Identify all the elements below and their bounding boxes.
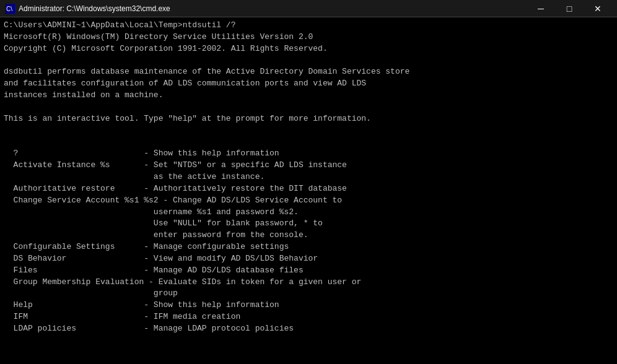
maximize-button[interactable]: □	[555, 0, 584, 17]
console-line: DS Behavior - View and modify AD DS/LDS …	[4, 253, 613, 265]
console-line: group	[4, 288, 613, 300]
cmd-icon: C\	[5, 4, 15, 14]
console-line: Files - Manage AD DS/LDS database files	[4, 265, 613, 277]
console-line: IFM - IFM media creation	[4, 311, 613, 323]
window: C\ Administrator: C:\Windows\system32\cm…	[0, 0, 617, 364]
console-line: Microsoft(R) Windows(TM) Directory Servi…	[4, 32, 613, 43]
console-line: Configurable Settings - Manage configura…	[4, 241, 613, 253]
console-line: dsdbutil performs database maintenance o…	[4, 66, 613, 78]
console-line: C:\Users\ADMINI~1\AppData\Local\Temp>ntd…	[4, 20, 613, 32]
console-line: Activate Instance %s - Set "NTDS" or a s…	[4, 160, 613, 171]
console-line: enter password from the console.	[4, 230, 613, 241]
console-line: Change Service Account %s1 %s2 - Change …	[4, 195, 613, 207]
close-button[interactable]: ✕	[584, 0, 612, 17]
console-line: Group Membership Evaluation - Evaluate S…	[4, 277, 613, 288]
console-line: ? - Show this help information	[4, 148, 613, 160]
console-line	[4, 102, 613, 113]
console-line: LDAP policies - Manage LDAP protocol pol…	[4, 323, 613, 335]
console-line: and facilitates configuration of AD LDS …	[4, 78, 613, 90]
console-line	[4, 125, 613, 137]
title-bar-left: C\ Administrator: C:\Windows\system32\cm…	[5, 4, 170, 14]
console-line: instances installed on a machine.	[4, 90, 613, 102]
minimize-button[interactable]: ─	[527, 0, 555, 17]
console-line: Authoritative restore - Authoritatively …	[4, 183, 613, 195]
console-line	[4, 55, 613, 67]
title-bar-controls: ─ □ ✕	[527, 0, 612, 17]
console-line: Help - Show this help information	[4, 300, 613, 311]
console-line: Copyright (C) Microsoft Corporation 1991…	[4, 43, 613, 55]
console-line	[4, 136, 613, 148]
console-line: This is an interactive tool. Type "help"…	[4, 113, 613, 125]
console-line: as the active instance.	[4, 171, 613, 183]
window-title: Administrator: C:\Windows\system32\cmd.e…	[19, 4, 170, 13]
console-line: username %s1 and password %s2.	[4, 207, 613, 219]
console-output: C:\Users\ADMINI~1\AppData\Local\Temp>ntd…	[0, 17, 617, 364]
svg-text:C\: C\	[6, 6, 12, 12]
title-bar: C\ Administrator: C:\Windows\system32\cm…	[0, 0, 617, 17]
console-line: Use "NULL" for blank password, * to	[4, 218, 613, 230]
